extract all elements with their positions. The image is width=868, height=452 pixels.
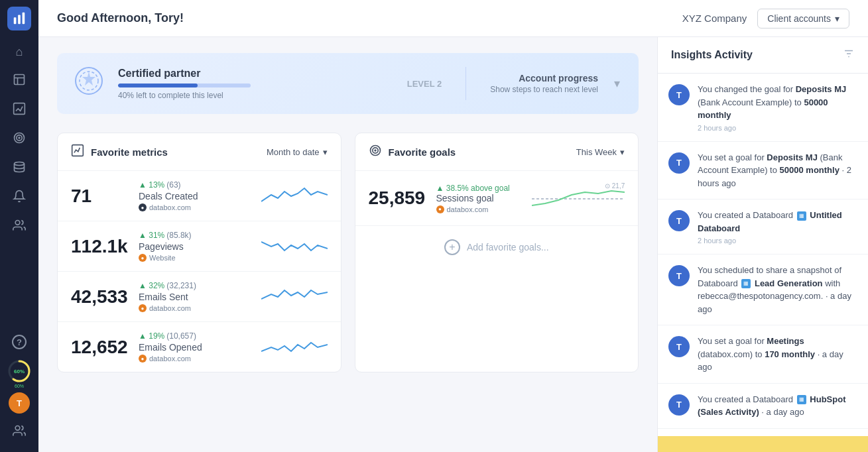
metric-chart-deals bbox=[261, 182, 328, 211]
team-icon bbox=[13, 424, 26, 441]
insight-avatar-3: T bbox=[668, 210, 690, 231]
insight-text-2: You set a goal for Deposits MJ (Bank Acc… bbox=[698, 151, 857, 190]
account-progress-sub: Show steps to reach next level bbox=[490, 85, 598, 94]
metric-label-pageviews: Pageviews bbox=[139, 241, 253, 252]
sidebar-item-alerts[interactable] bbox=[6, 184, 32, 211]
metrics-panel-title: Favorite metrics bbox=[91, 146, 168, 158]
databoard-icon-6: ▦ bbox=[797, 395, 806, 404]
goals-panel-header: Favorite goals This Week ▾ bbox=[355, 133, 639, 171]
partner-badge-icon bbox=[73, 65, 105, 102]
insight-item-1: T You changed the goal for Deposits MJ (… bbox=[658, 74, 868, 142]
favorite-goals-panel: Favorite goals This Week ▾ 25,859 ▲ 38.5… bbox=[355, 133, 639, 372]
svg-rect-4 bbox=[14, 103, 25, 114]
source-dot-pageviews: ● bbox=[139, 254, 147, 262]
svg-point-7 bbox=[19, 137, 20, 139]
metric-change-emails-opened: ▲ 19% (10,657) bbox=[139, 331, 253, 341]
insight-item-4: T You scheduled to share a snapshot of D… bbox=[658, 254, 868, 325]
metrics-title-row: Favorite metrics bbox=[71, 144, 168, 160]
metric-chart-pageviews bbox=[261, 232, 328, 261]
metrics-filter-chevron: ▾ bbox=[323, 147, 328, 157]
metric-info-emails-opened: ▲ 19% (10,657) Emails Opened ● databox.c… bbox=[139, 331, 253, 363]
sidebar-item-reports[interactable] bbox=[6, 68, 32, 94]
progress-label: 60% bbox=[14, 368, 25, 374]
metric-source-emails-sent: ● databox.com bbox=[139, 304, 253, 312]
source-dot-sessions: ● bbox=[436, 205, 444, 213]
insight-item-7: T You set a goal for Deals Closed Won Am… bbox=[658, 429, 868, 437]
svg-point-8 bbox=[15, 162, 25, 165]
sidebar-item-help[interactable]: ? bbox=[6, 329, 32, 355]
metrics-filter[interactable]: Month to date ▾ bbox=[267, 147, 328, 157]
sidebar-item-goals[interactable] bbox=[6, 126, 32, 152]
goals-filter[interactable]: This Week ▾ bbox=[576, 147, 625, 157]
insight-avatar-4: T bbox=[668, 265, 690, 286]
add-goal-row[interactable]: + Add favorite goals... bbox=[355, 226, 639, 268]
metric-value-deals: 71 bbox=[71, 186, 131, 207]
goals-section-icon bbox=[369, 144, 382, 160]
account-progress: Account progress Show steps to reach nex… bbox=[490, 73, 598, 94]
goal-label-sessions: Sessions goal bbox=[436, 193, 525, 203]
sidebar-item-progress[interactable]: 60% bbox=[6, 358, 32, 384]
sidebar-item-home[interactable]: ⌂ bbox=[6, 38, 32, 65]
insight-text-4: You scheduled to share a snapshot of Dat… bbox=[698, 264, 857, 315]
metric-row-deals: 71 ▲ 13% (63) Deals Created ● databox.co… bbox=[58, 171, 341, 221]
insight-text-3: You created a Databoard ▦ Untitled Datab… bbox=[698, 209, 857, 235]
sidebar-logo[interactable] bbox=[7, 7, 31, 30]
insights-filter-icon[interactable] bbox=[843, 48, 855, 62]
sidebar-item-users[interactable] bbox=[6, 213, 32, 240]
metric-info-emails-sent: ▲ 32% (32,231) Emails Sent ● databox.com bbox=[139, 281, 253, 312]
insight-item-5: T You set a goal for Meetings (databox.c… bbox=[658, 325, 868, 384]
sidebar-item-team[interactable] bbox=[6, 419, 32, 445]
banner-info: Certified partner 40% left to complete t… bbox=[118, 68, 394, 100]
user-avatar[interactable]: T bbox=[9, 392, 30, 414]
goals-filter-chevron: ▾ bbox=[620, 147, 625, 157]
banner-progress-bar bbox=[118, 84, 251, 87]
svg-point-18 bbox=[375, 150, 376, 151]
source-dot-emails-opened: ● bbox=[139, 355, 147, 363]
banner-progress-fill bbox=[118, 84, 198, 87]
banner-level: LEVEL 2 bbox=[407, 79, 442, 89]
insights-header: Insights Activity bbox=[658, 37, 868, 74]
metric-row-pageviews: 112.1k ▲ 31% (85.8k) Pageviews ● Website bbox=[58, 221, 341, 272]
svg-rect-2 bbox=[23, 13, 25, 24]
insight-text-6: You created a Databoard ▦ HubSpot (Sales… bbox=[698, 393, 857, 419]
metric-value-emails-opened: 12,652 bbox=[71, 337, 131, 358]
metrics-filter-label: Month to date bbox=[267, 147, 320, 157]
metric-row-emails-sent: 42,533 ▲ 32% (32,231) Emails Sent ● data… bbox=[58, 272, 341, 322]
metric-change-deals: ▲ 13% (63) bbox=[139, 180, 253, 190]
main-content: Good Afternoon, Tory! XYZ Company Client… bbox=[38, 0, 868, 452]
insights-list: T You changed the goal for Deposits MJ (… bbox=[658, 74, 868, 436]
database-icon bbox=[13, 160, 26, 177]
metric-row-emails-opened: 12,652 ▲ 19% (10,657) Emails Opened ● da… bbox=[58, 322, 341, 372]
banner-divider bbox=[465, 67, 466, 100]
accounts-button[interactable]: Client accounts ▾ bbox=[757, 9, 849, 28]
metric-label-emails-sent: Emails Sent bbox=[139, 292, 253, 302]
source-dot-emails-sent: ● bbox=[139, 304, 147, 312]
certified-partner-banner: Certified partner 40% left to complete t… bbox=[57, 53, 639, 114]
metric-change-emails-sent: ▲ 32% (32,231) bbox=[139, 281, 253, 290]
insight-content-6: You created a Databoard ▦ HubSpot (Sales… bbox=[698, 393, 857, 419]
metric-info-pageviews: ▲ 31% (85.8k) Pageviews ● Website bbox=[139, 231, 253, 262]
insight-content-1: You changed the goal for Deposits MJ (Ba… bbox=[698, 83, 857, 132]
accounts-label: Client accounts bbox=[767, 13, 831, 24]
banner-sub: 40% left to complete this level bbox=[118, 91, 394, 100]
goal-info-sessions: ▲ 38.5% above goal Sessions goal ● datab… bbox=[436, 184, 525, 213]
bell-icon bbox=[13, 190, 26, 206]
goal-change-sessions: ▲ 38.5% above goal bbox=[436, 184, 525, 193]
home-icon: ⌂ bbox=[16, 45, 23, 59]
banner-title: Certified partner bbox=[118, 68, 394, 80]
insight-time-1: 2 hours ago bbox=[698, 124, 857, 132]
insight-text-5: You set a goal for Meetings (databox.com… bbox=[698, 335, 857, 374]
analytics-icon bbox=[13, 102, 26, 119]
insight-item-2: T You set a goal for Deposits MJ (Bank A… bbox=[658, 142, 868, 200]
goal-value-sessions: 25,859 bbox=[369, 188, 428, 209]
sidebar-item-analytics[interactable] bbox=[6, 97, 32, 123]
insights-title: Insights Activity bbox=[671, 49, 753, 61]
banner-expand-button[interactable]: ▾ bbox=[611, 74, 623, 93]
insight-text-1: You changed the goal for Deposits MJ (Ba… bbox=[698, 83, 857, 122]
sidebar-item-avatar[interactable]: T bbox=[6, 390, 32, 416]
account-progress-title: Account progress bbox=[519, 73, 598, 84]
svg-point-12 bbox=[15, 425, 20, 430]
metric-label-deals: Deals Created bbox=[139, 191, 253, 201]
add-goal-label: Add favorite goals... bbox=[467, 242, 549, 253]
sidebar-item-data[interactable] bbox=[6, 155, 32, 182]
